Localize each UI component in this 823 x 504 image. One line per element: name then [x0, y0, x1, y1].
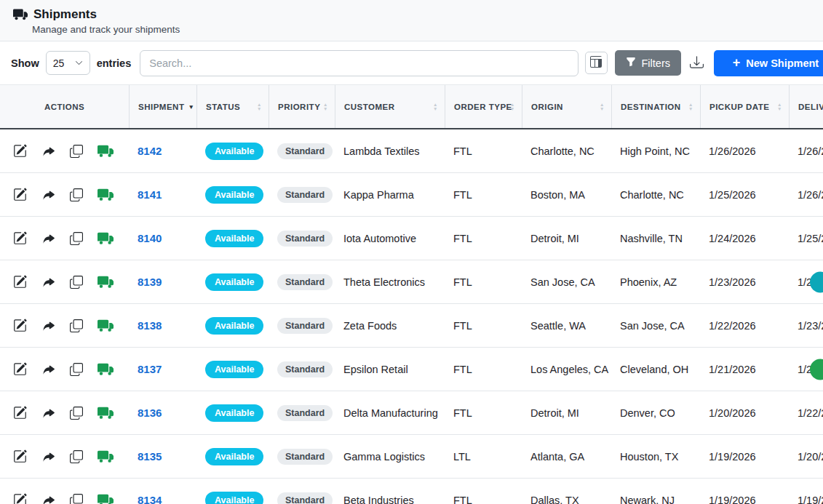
customer-cell: Lambda Textiles: [335, 129, 445, 172]
column-label: Actions: [44, 103, 84, 111]
column-visibility-button[interactable]: [585, 52, 608, 74]
shipment-cell: 8134: [129, 479, 196, 504]
share-icon[interactable]: [41, 144, 55, 158]
status-cell: Available: [196, 391, 269, 434]
column-label: Pickup Date: [709, 103, 769, 111]
share-icon[interactable]: [41, 362, 55, 376]
edit-icon[interactable]: [13, 144, 27, 158]
shipment-link[interactable]: 8136: [138, 407, 162, 419]
customer-cell: Epsilon Retail: [335, 348, 445, 391]
pickup-date-cell: 1/26/2026: [700, 129, 789, 172]
customer-cell: Zeta Foods: [335, 304, 445, 347]
copy-icon[interactable]: [70, 188, 83, 201]
pickup-date-cell: 1/19/2026: [700, 479, 789, 504]
share-icon[interactable]: [41, 188, 55, 201]
truck-icon[interactable]: [98, 449, 114, 465]
truck-icon[interactable]: [98, 274, 114, 290]
copy-icon[interactable]: [70, 232, 83, 245]
edit-icon[interactable]: [13, 406, 27, 420]
share-icon[interactable]: [41, 275, 55, 289]
truck-icon[interactable]: [98, 187, 114, 203]
copy-icon[interactable]: [70, 276, 83, 289]
column-header-pickup-date[interactable]: Pickup Date ▲▼: [700, 85, 789, 128]
truck-icon[interactable]: [98, 231, 114, 247]
truck-icon[interactable]: [98, 143, 114, 159]
share-icon[interactable]: [41, 319, 55, 332]
truck-icon[interactable]: [98, 318, 114, 334]
shipment-cell: 8135: [129, 435, 196, 478]
edit-icon[interactable]: [13, 275, 27, 289]
edit-icon[interactable]: [13, 319, 27, 332]
origin-cell: Boston, MA: [522, 173, 611, 216]
pickup-date-cell: 1/19/2026: [700, 435, 789, 478]
column-header-status[interactable]: Status ▲▼: [196, 85, 269, 128]
destination-cell: San Jose, CA: [611, 304, 700, 347]
share-icon[interactable]: [41, 231, 55, 245]
sort-descending-icon: ▼: [188, 103, 194, 111]
actions-cell: [0, 129, 129, 172]
shipment-link[interactable]: 8142: [138, 145, 162, 157]
column-header-actions: Actions: [0, 85, 129, 128]
truck-icon[interactable]: [98, 361, 114, 377]
column-header-shipment[interactable]: Shipment ▼: [129, 85, 196, 128]
column-header-destination[interactable]: Destination ▲▼: [611, 85, 700, 128]
shipment-link[interactable]: 8139: [138, 276, 162, 288]
column-label: Delivery Date: [798, 103, 823, 111]
priority-cell: Standard: [269, 479, 335, 504]
copy-icon[interactable]: [70, 407, 83, 420]
origin-cell: Seattle, WA: [522, 304, 611, 347]
shipment-link[interactable]: 8141: [138, 188, 162, 201]
copy-icon[interactable]: [70, 319, 83, 332]
order-type-cell: FTL: [445, 391, 522, 434]
column-header-delivery-date[interactable]: Delivery Date ▲▼: [789, 85, 823, 128]
shipment-link[interactable]: 8138: [138, 319, 162, 332]
status-badge: Available: [205, 492, 263, 504]
status-cell: Available: [196, 304, 269, 347]
copy-icon[interactable]: [70, 450, 83, 463]
edit-icon[interactable]: [13, 188, 27, 201]
status-cell: Available: [196, 260, 269, 303]
shipment-link[interactable]: 8135: [138, 450, 162, 463]
filters-button[interactable]: Filters: [615, 50, 681, 76]
truck-icon[interactable]: [98, 405, 114, 421]
destination-cell: Phoenix, AZ: [611, 260, 700, 303]
actions-cell: [0, 304, 129, 347]
shipment-link[interactable]: 8137: [138, 363, 162, 375]
new-shipment-button[interactable]: + New Shipment: [714, 50, 823, 76]
page-size-select[interactable]: 25: [46, 51, 90, 75]
column-header-origin[interactable]: Origin ▲▼: [522, 85, 611, 128]
download-icon: [690, 55, 704, 71]
edit-icon[interactable]: [13, 362, 27, 376]
share-icon[interactable]: [41, 449, 55, 463]
search-input[interactable]: [140, 50, 578, 76]
share-icon[interactable]: [41, 493, 55, 504]
new-shipment-label: New Shipment: [746, 57, 819, 69]
status-cell: Available: [196, 129, 269, 172]
edit-icon[interactable]: [13, 449, 27, 463]
column-label: Customer: [344, 103, 395, 111]
share-icon[interactable]: [41, 406, 55, 420]
priority-badge: Standard: [277, 231, 333, 247]
edit-icon[interactable]: [13, 493, 27, 504]
truck-icon[interactable]: [98, 492, 114, 504]
page-header: Shipments Manage and track your shipment…: [0, 0, 823, 41]
shipment-link[interactable]: 8134: [138, 494, 162, 504]
actions-cell: [0, 173, 129, 216]
column-header-order-type[interactable]: Order Type ▲▼: [445, 85, 522, 128]
column-header-priority[interactable]: Priority ▲▼: [269, 85, 335, 128]
priority-cell: Standard: [269, 173, 335, 216]
copy-icon[interactable]: [70, 363, 83, 376]
column-header-customer[interactable]: Customer ▲▼: [335, 85, 445, 128]
destination-cell: Denver, CO: [611, 391, 700, 434]
copy-icon[interactable]: [70, 494, 83, 504]
download-button[interactable]: [690, 55, 704, 71]
sort-carets-icon: ▲▼: [510, 103, 515, 111]
chevron-down-icon: [75, 59, 83, 67]
shipment-link[interactable]: 8140: [138, 232, 162, 244]
status-badge: Available: [205, 317, 263, 335]
edit-icon[interactable]: [13, 231, 27, 245]
customer-cell: Delta Manufacturing: [335, 391, 445, 434]
column-label: Shipment: [138, 103, 184, 111]
copy-icon[interactable]: [70, 145, 83, 158]
status-cell: Available: [196, 173, 269, 216]
